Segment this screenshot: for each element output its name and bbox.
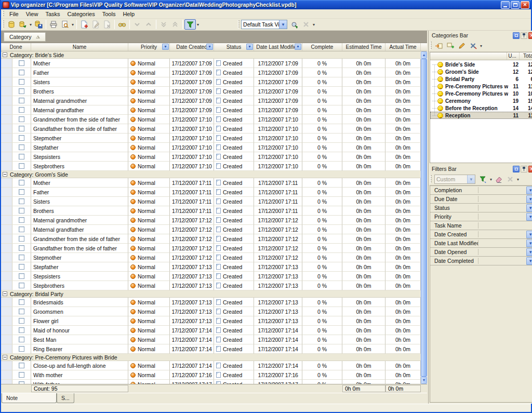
category-tree-item[interactable]: Before the Reception 14 14 <box>430 104 532 112</box>
menu-tools[interactable]: Tools <box>99 10 119 18</box>
menu-view[interactable]: View <box>22 10 42 18</box>
edit-category-button[interactable] <box>456 41 468 51</box>
done-checkbox[interactable] <box>19 283 24 288</box>
task-row[interactable]: Ring Bearer Normal 17/12/2007 17:14 Crea… <box>1 344 421 354</box>
category-tree-item[interactable]: Groom's Side 12 12 <box>430 68 532 75</box>
task-row[interactable]: Sisters Normal 17/12/2007 17:09 Created … <box>1 77 421 87</box>
task-row[interactable]: Father Normal 17/12/2007 17:11 Created 1… <box>1 188 421 197</box>
done-checkbox[interactable] <box>19 208 24 214</box>
menu-file[interactable]: File <box>6 10 22 18</box>
delete-task-button[interactable] <box>101 19 113 30</box>
done-checkbox[interactable] <box>19 163 24 169</box>
task-row[interactable]: Stepfather Normal 17/12/2007 17:10 Creat… <box>1 143 421 152</box>
scroll-up-icon[interactable]: ▲ <box>421 51 427 59</box>
task-row[interactable]: With mother Normal 17/12/2007 17:16 Crea… <box>1 370 421 380</box>
tree-header-total[interactable]: Total <box>520 52 532 60</box>
task-row[interactable]: Brothers Normal 17/12/2007 17:09 Created… <box>1 87 421 96</box>
done-checkbox[interactable] <box>19 126 24 131</box>
edit-task-button[interactable] <box>90 19 101 30</box>
collapse-icon[interactable] <box>3 355 7 359</box>
task-row[interactable]: Groomsmen Normal 17/12/2007 17:13 Create… <box>1 307 421 316</box>
done-checkbox[interactable] <box>19 198 24 204</box>
panel-pin-button[interactable] <box>521 166 527 172</box>
done-checkbox[interactable] <box>19 98 24 103</box>
filter-dropdown-icon[interactable]: ▼ <box>526 213 532 221</box>
filter-dropdown-icon[interactable]: ▼ <box>526 231 532 238</box>
done-checkbox[interactable] <box>19 372 24 378</box>
filter-dropdown-icon[interactable]: ▼ <box>526 239 532 247</box>
column-header-priority[interactable]: Priority▼ <box>128 43 170 51</box>
done-checkbox[interactable] <box>19 264 24 270</box>
close-button[interactable]: ✕ <box>521 1 529 9</box>
tab-s[interactable]: S... <box>57 393 74 403</box>
category-tree-item[interactable]: Pre-Ceremony Pictures w 10 10 <box>430 90 532 97</box>
add-subcategory-button[interactable] <box>445 41 456 51</box>
task-row[interactable]: Maternal grandmother Normal 17/12/2007 1… <box>1 96 421 105</box>
panel-float-button[interactable] <box>513 32 520 39</box>
column-header-date-last-modified[interactable]: Date Last Modified▼ <box>254 43 302 51</box>
tab-note[interactable]: Note <box>2 393 57 403</box>
column-header-status[interactable]: Status▼ <box>214 43 254 51</box>
delete-view-button[interactable] <box>300 19 312 30</box>
filter-preset-combo[interactable]: Custom ▼ <box>434 175 475 184</box>
done-checkbox[interactable] <box>19 116 24 122</box>
combo-dropdown-icon[interactable]: ▼ <box>467 175 475 183</box>
filter-dropdown-icon[interactable]: ▼ <box>295 44 301 50</box>
done-checkbox[interactable] <box>19 144 24 150</box>
category-group-row[interactable]: Category: Bride's Side <box>1 51 421 59</box>
done-checkbox[interactable] <box>19 189 24 195</box>
done-checkbox[interactable] <box>19 236 24 242</box>
panel-close-button[interactable]: ✕ <box>528 32 532 39</box>
category-tree-item[interactable]: Bride's Side 12 12 <box>430 61 532 68</box>
category-tree-item[interactable]: Bridal Party 6 6 <box>430 75 532 83</box>
filter-dropdown-icon[interactable]: ▼ <box>526 257 532 265</box>
task-row[interactable]: Brothers Normal 17/12/2007 17:11 Created… <box>1 206 421 216</box>
task-row[interactable]: Maternal grandmother Normal 17/12/2007 1… <box>1 216 421 225</box>
task-row[interactable]: Stepmother Normal 17/12/2007 17:10 Creat… <box>1 134 421 143</box>
column-header-actual-time[interactable]: Actual Time <box>385 43 421 51</box>
task-row[interactable]: Sisters Normal 17/12/2007 17:11 Created … <box>1 197 421 206</box>
task-row[interactable]: Maternal grandfather Normal 17/12/2007 1… <box>1 105 421 115</box>
filters-toolbar-dropdown[interactable]: ▾ <box>516 177 520 182</box>
open-database-button[interactable] <box>17 19 29 30</box>
add-task-button[interactable] <box>78 19 90 30</box>
categories-toolbar-dropdown[interactable]: ▾ <box>479 44 483 48</box>
new-database-button[interactable] <box>6 19 17 30</box>
task-row[interactable]: Stepsisters Normal 17/12/2007 17:13 Crea… <box>1 272 421 281</box>
print-preview-button[interactable] <box>59 19 71 30</box>
done-checkbox[interactable] <box>19 154 24 159</box>
category-tree-item[interactable]: Reception 11 11 <box>430 112 532 119</box>
task-row[interactable]: Stepsisters Normal 17/12/2007 17:10 Crea… <box>1 152 421 162</box>
task-row[interactable]: Stepbrothers Normal 17/12/2007 17:10 Cre… <box>1 162 421 171</box>
delete-category-button[interactable] <box>468 41 479 51</box>
filter-dropdown-icon[interactable]: ▼ <box>526 248 532 256</box>
task-row[interactable]: With father Normal 17/12/2007 17:17 Crea… <box>1 380 421 384</box>
done-checkbox[interactable] <box>19 299 24 305</box>
task-row[interactable]: Grandmother from the side of father Norm… <box>1 234 421 244</box>
task-row[interactable]: Grandmother from the side of father Norm… <box>1 115 421 124</box>
done-checkbox[interactable] <box>19 60 24 66</box>
task-row[interactable]: Stepbrothers Normal 17/12/2007 17:13 Cre… <box>1 281 421 290</box>
combo-dropdown-icon[interactable]: ▼ <box>279 20 287 29</box>
filter-dropdown-icon[interactable]: ▼ <box>206 44 213 50</box>
panel-float-button[interactable] <box>513 166 520 172</box>
filter-dropdown-icon[interactable]: ▼ <box>526 186 532 194</box>
done-checkbox[interactable] <box>19 337 24 342</box>
print-preview-dropdown[interactable]: ▾ <box>71 22 75 27</box>
scrollbar-thumb[interactable] <box>421 59 427 377</box>
filter-dropdown-icon[interactable]: ▼ <box>526 204 532 212</box>
task-row[interactable]: Grandfather from the side of father Norm… <box>1 244 421 253</box>
column-header-name[interactable]: Name <box>31 43 128 51</box>
category-group-row[interactable]: Category: Bridal Party <box>1 290 421 298</box>
column-header-done[interactable]: Done <box>1 43 31 51</box>
done-checkbox[interactable] <box>19 107 24 113</box>
move-up-button[interactable] <box>143 19 154 30</box>
tree-header-uncompleted[interactable]: U... <box>507 52 520 60</box>
find-tasks-button[interactable] <box>116 19 128 30</box>
task-row[interactable]: Maid of honour Normal 17/12/2007 17:14 C… <box>1 326 421 335</box>
add-category-button[interactable] <box>433 41 445 51</box>
filter-toggle-button[interactable] <box>184 19 196 30</box>
move-to-bottom-button[interactable] <box>158 19 169 30</box>
task-row[interactable]: Mother Normal 17/12/2007 17:09 Created 1… <box>1 59 421 68</box>
task-row[interactable]: Stepfather Normal 17/12/2007 17:13 Creat… <box>1 262 421 272</box>
